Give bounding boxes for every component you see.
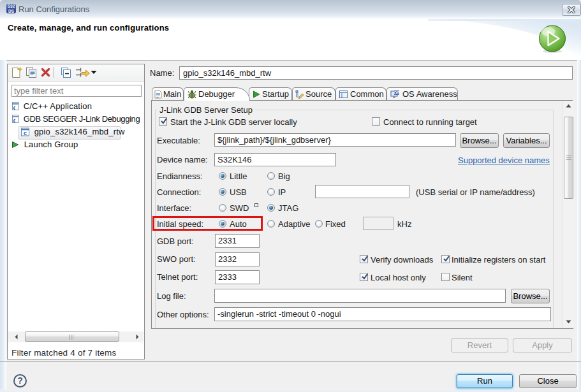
svg-text:OS: OS xyxy=(393,91,400,95)
svg-text:c: c xyxy=(24,130,27,137)
